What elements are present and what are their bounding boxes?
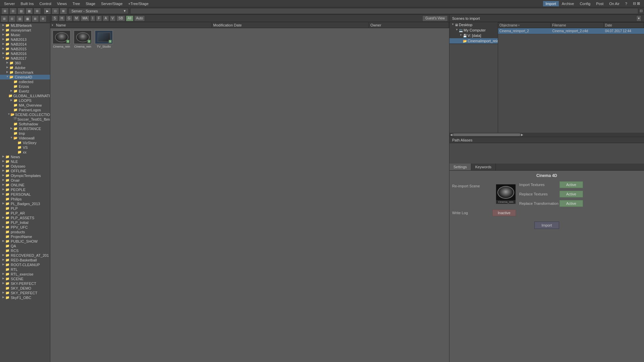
toolbar-btn-5[interactable]: ⊞ — [34, 8, 41, 14]
tree-item-plp-initial[interactable]: 📁 PLP_Initial — [0, 220, 50, 225]
archive-menu-item[interactable]: Archive — [559, 1, 577, 6]
scenes-dropdown-btn[interactable]: ▾ — [636, 15, 641, 21]
tree-item-music[interactable]: ▶ 📁 Music — [0, 33, 50, 37]
tree-item-nab2016[interactable]: ▶ 📁 NAB2016 — [0, 51, 50, 56]
expand-nab2014[interactable]: ▶ — [1, 42, 5, 46]
tree-item-sky-perfect[interactable]: ▶ 📁 SKY-PERFECT — [0, 281, 50, 286]
browser-col-filename[interactable]: Filename — [551, 22, 603, 28]
toolbar-btn-8[interactable]: ⊠ — [60, 8, 67, 14]
config-menu-item[interactable]: Config — [577, 1, 593, 6]
expand-plp[interactable] — [1, 206, 5, 210]
expand-ma-overview[interactable] — [9, 103, 13, 107]
tree-item-adobe[interactable]: ▶ 📁 Adobe — [0, 65, 50, 70]
expand-videowall[interactable]: ▼ — [9, 136, 13, 140]
expand-evertz[interactable]: ▶ — [9, 89, 13, 93]
tree-item-nab2015[interactable]: ▶ 📁 NAB2015 — [0, 47, 50, 51]
tree-item-red-basketball[interactable]: ▶ 📁 RED-Basketball — [0, 258, 50, 262]
window-icons[interactable]: ⊟ ⊠ — [630, 1, 643, 6]
browser-v-data[interactable]: ▼ 💾 V: [data] — [449, 33, 498, 38]
expand-projectname[interactable] — [1, 235, 5, 239]
expand-global[interactable] — [6, 94, 9, 98]
expand-adobe[interactable]: ▶ — [5, 66, 9, 70]
tree-item-vizstory[interactable]: 📁 VizStory — [0, 140, 50, 145]
tree-item-ma-overview[interactable]: 📁 MA_Overview — [0, 103, 50, 108]
filter-v[interactable]: V — [110, 15, 116, 21]
tree-item-rtl-exercise[interactable]: ▶ 📁 RTL_exercise — [0, 272, 50, 277]
filter-h[interactable]: H — [59, 15, 65, 21]
tree-item-evertz[interactable]: ▶ 📁 Evertz — [0, 89, 50, 94]
tree-item-erizos[interactable]: 📁 Erizos — [0, 84, 50, 89]
filter-a[interactable]: A — [103, 15, 109, 21]
expand-vizstory[interactable] — [13, 141, 17, 145]
tree-item-soccer[interactable]: 🎬 Soccer_Test01_fbm — [0, 117, 50, 122]
browser-desktop[interactable]: ▼ 🖥 Desktop — [449, 22, 498, 27]
tree-item-nab2017[interactable]: ▼ 📂 NAB2017 — [0, 56, 50, 61]
expand-scene-collection[interactable]: ▼ — [7, 113, 10, 117]
expand-products[interactable] — [1, 230, 5, 234]
tree-item-vs[interactable]: 📁 VS — [0, 145, 50, 150]
expand-online[interactable]: ▶ — [1, 183, 5, 187]
expand-skyf1-obc[interactable]: ▶ — [1, 296, 5, 300]
expand-sky-perfect[interactable]: ▶ — [1, 282, 5, 286]
expand-olympictemplates[interactable]: ▶ — [1, 174, 5, 178]
expand-qa[interactable] — [1, 244, 5, 248]
tree-item-cinema4d[interactable]: ▼ 📂 Cinema4D — [0, 75, 50, 79]
col-date-header[interactable]: Modification Date — [212, 22, 369, 28]
expand-partnerlogos[interactable] — [9, 108, 13, 112]
filter-sb[interactable]: SB — [116, 15, 125, 21]
expand-sky-demo[interactable] — [1, 286, 5, 290]
tree-item-plp-ar[interactable]: 📁 PLP_AR — [0, 211, 50, 216]
expand-odysseo[interactable]: ▶ — [1, 164, 5, 168]
tree-item-plp[interactable]: 📁 PLP — [0, 206, 50, 211]
expand-recovered[interactable]: ▶ — [1, 253, 5, 257]
tree-item-rtl[interactable]: 📁 RTL — [0, 267, 50, 272]
expand-nab2013[interactable]: ▶ — [1, 38, 5, 42]
tree-item-tmp[interactable]: 📁 tmp — [0, 131, 50, 136]
replace-transformation-btn[interactable]: Active — [559, 200, 583, 207]
left-tool-2[interactable]: ⊟ — [8, 15, 16, 22]
browser-file-row-1[interactable]: Cinema_reimport_2 Cinema_reimport_2.c4d … — [498, 28, 644, 34]
server-stage-menu-item[interactable]: Server/Stage — [98, 1, 125, 6]
panel-pin-icon[interactable]: ⊟ — [640, 9, 643, 13]
left-tool-3[interactable]: ▤ — [16, 15, 23, 22]
expand-plp-initial[interactable] — [1, 221, 5, 225]
thumbnail-cinema-rein-1[interactable]: S Cinema_rein — [52, 29, 71, 49]
browser-my-computer[interactable]: ▼ 💻 My Computer — [449, 27, 498, 33]
tree-item-nab2014[interactable]: ▶ 📁 NAB2014 — [0, 42, 50, 47]
browser-col-date[interactable]: Date — [604, 22, 644, 28]
expand-rcs[interactable] — [1, 249, 5, 253]
expand-offline[interactable]: ▶ — [1, 169, 5, 173]
tree-item-online[interactable]: ▶ 📁 ONLINE — [0, 183, 50, 187]
expand-music[interactable]: ▶ — [1, 33, 5, 37]
left-tool-1[interactable]: ⊞ — [1, 15, 8, 22]
expand-scene[interactable]: ▶ — [1, 277, 5, 281]
tree-item-public-show[interactable]: ▶ 📁 PUBLIC_SHOW — [0, 239, 50, 244]
expand-red-basketball[interactable]: ▶ — [1, 258, 5, 262]
expand-pl-badges[interactable]: ▶ — [1, 202, 5, 206]
tree-item-recovered[interactable]: ▶ 📁 RECOVERED_AT_201 — [0, 253, 50, 258]
scroll-left-arrow[interactable]: ◀ — [450, 133, 452, 136]
expand-nab2016[interactable]: ▶ — [1, 52, 5, 56]
tree-item-odysseo[interactable]: ▶ 📁 Odysseo — [0, 164, 50, 169]
tab-settings[interactable]: Settings — [449, 164, 471, 170]
thumbnail-cinema-rein-2[interactable]: S Cinema_rein — [73, 29, 93, 49]
toolbar-btn-2[interactable]: ⊟ — [9, 8, 17, 14]
tree-item-plp-assets[interactable]: ▶ 📁 PLP_ASSETS — [0, 216, 50, 220]
tree-menu-item[interactable]: Tree — [70, 1, 83, 6]
tree-item-nab2013[interactable]: ▶ 📁 NAB2013 — [0, 37, 50, 42]
toolbar-btn-7[interactable]: ⊡ — [52, 8, 59, 14]
left-tool-4[interactable]: ▦ — [24, 15, 31, 22]
tree-item-personal[interactable]: ▶ 📁 PERSONAL — [0, 192, 50, 197]
post-menu-item[interactable]: Post — [593, 1, 606, 6]
expand-mlbnetwork[interactable]: ▶ — [1, 23, 5, 27]
left-tool-5[interactable]: ⊞ — [32, 15, 39, 22]
import-button[interactable]: Import — [534, 222, 559, 229]
filter-auto[interactable]: Auto — [134, 15, 145, 21]
tree-item-loops[interactable]: ▶ 📁 LOOPS — [0, 98, 50, 103]
tab-keywords[interactable]: Keywords — [471, 164, 496, 170]
expand-substance[interactable]: ▶ — [9, 127, 13, 131]
tree-item-collected[interactable]: 📁 collected — [0, 79, 50, 84]
tree-item-sky-demo[interactable]: 📁 SKY_DEMO — [0, 286, 50, 291]
thumbnail-tv-studio[interactable]: S TV_Studio — [94, 29, 114, 49]
tree-item-rcs[interactable]: 📁 RCS — [0, 248, 50, 253]
